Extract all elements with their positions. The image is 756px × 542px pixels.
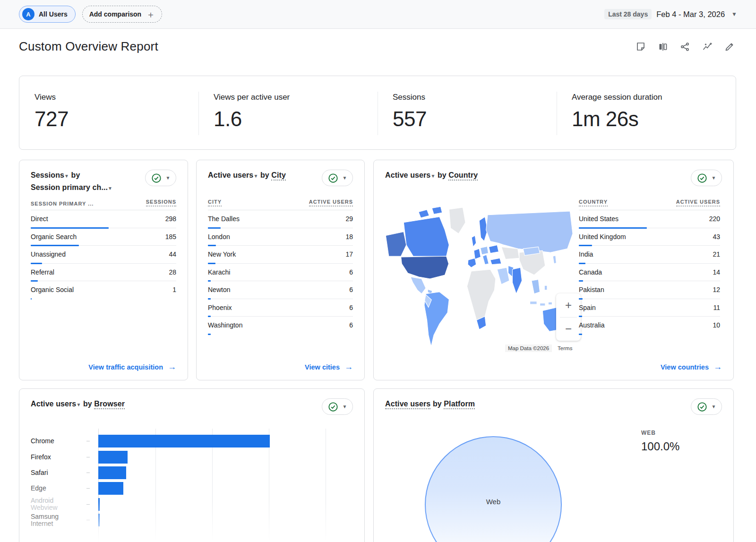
bar-safari[interactable] <box>98 466 126 479</box>
table-row: Referral28 <box>31 264 176 282</box>
table-row: Karachi6 <box>208 264 353 282</box>
bar-edge[interactable] <box>98 482 123 495</box>
sampling-status-badge[interactable]: ▼ <box>322 398 353 415</box>
map-terms-link[interactable]: Terms <box>558 345 572 351</box>
map-data-copyright: Map Data ©2026 <box>505 344 552 352</box>
map-region-united-kingdom <box>472 236 476 247</box>
map-region-philippines <box>544 285 547 290</box>
map-region-mexico <box>411 277 426 294</box>
dimension-selector[interactable]: Session primary ch...▼ <box>31 183 112 191</box>
map-region-indonesia <box>548 302 552 305</box>
bar-firefox[interactable] <box>98 451 128 464</box>
bar-android-webview[interactable] <box>98 498 100 511</box>
table-row: Canada14 <box>579 264 720 282</box>
column-header-dimension[interactable]: Country <box>579 199 608 206</box>
map-region-arctic-island <box>419 210 430 218</box>
map-region-alaska <box>386 232 406 257</box>
insights-icon[interactable] <box>702 41 713 52</box>
summary-scorecards: Views 727 Views per active user 1.6 Sess… <box>19 76 736 150</box>
sampling-status-badge[interactable]: ▼ <box>691 170 722 186</box>
panel-title: Active users▼ by Country <box>385 170 478 182</box>
table-row: Newton6 <box>208 281 353 299</box>
bar-chrome[interactable] <box>98 435 270 447</box>
metric-value: 1.6 <box>214 107 378 131</box>
panel-title: Sessions▼ by Session primary ch...▼ <box>31 170 112 194</box>
metric-label: Average session duration <box>572 93 736 102</box>
report-header: Custom Overview Report <box>19 39 735 54</box>
map-region-indonesia <box>530 301 537 304</box>
table-row: India21 <box>579 246 720 264</box>
axis-tick <box>86 473 90 473</box>
column-header-dimension[interactable]: City <box>208 199 222 206</box>
map-region-indonesia <box>540 303 545 306</box>
bar-series <box>98 433 357 542</box>
map-region-united-states <box>401 256 449 279</box>
metric-avg-session-duration: Average session duration 1m 26s <box>557 76 736 149</box>
sampling-status-badge[interactable]: ▼ <box>322 170 353 186</box>
map-region-central-asia <box>501 247 519 259</box>
map-region-turkey <box>490 258 501 265</box>
metric-value: 1m 26s <box>572 107 736 131</box>
map-region-japan <box>553 256 556 264</box>
all-users-chip[interactable]: A All Users <box>19 6 76 23</box>
audience-avatar: A <box>22 8 34 20</box>
chevron-down-icon: ▼ <box>343 175 347 181</box>
view-countries-link[interactable]: View countries→ <box>661 362 722 372</box>
axis-tick <box>86 441 90 441</box>
edit-icon[interactable] <box>724 41 735 52</box>
metric-selector[interactable]: Sessions▼ <box>31 171 69 179</box>
arrow-right-icon: → <box>713 362 722 372</box>
bubble-label: Web <box>425 498 562 506</box>
table-row: Pakistan12 <box>579 281 720 299</box>
column-header-metric[interactable]: Sessions <box>146 199 176 206</box>
channels-table: Session primary ... Sessions Direct298 O… <box>31 199 176 299</box>
map-zoom-out-button[interactable]: − <box>556 318 581 341</box>
sampling-status-badge[interactable]: ▼ <box>145 170 176 186</box>
share-icon[interactable] <box>679 41 691 52</box>
arrow-right-icon: → <box>168 362 176 372</box>
dimension-link[interactable]: Country <box>448 171 478 181</box>
map-region-saudi-arabia <box>497 267 509 284</box>
metric-value: 557 <box>393 107 557 131</box>
metric-selector[interactable]: Active users▼ <box>31 400 81 408</box>
column-header-metric[interactable]: Active users <box>309 199 353 206</box>
sampling-status-badge[interactable]: ▼ <box>691 398 722 415</box>
axis-tick <box>86 457 90 457</box>
date-range-picker[interactable]: Last 28 days Feb 4 - Mar 3, 2026 ▼ <box>604 9 737 19</box>
platform-bubble-web[interactable] <box>425 436 562 542</box>
metric-selector[interactable]: Active users▼ <box>208 171 258 179</box>
map-attribution: Map Data ©2026 Terms <box>505 344 572 352</box>
countries-table: Country Active users United States220 Un… <box>579 199 720 335</box>
metric-sessions: Sessions 557 <box>378 76 557 149</box>
check-circle-icon <box>328 402 338 412</box>
bar-samsung-internet[interactable] <box>98 514 100 526</box>
dimension-link[interactable]: Browser <box>94 400 125 409</box>
map-region-greenland <box>449 207 465 234</box>
view-cities-link[interactable]: View cities→ <box>305 362 353 372</box>
dimension-link[interactable]: Platform <box>444 400 475 409</box>
metric-link[interactable]: Active users <box>385 400 430 409</box>
map-region-arctic-island <box>432 206 442 214</box>
metric-label: Views per active user <box>214 93 378 102</box>
dimension-link[interactable]: City <box>271 171 286 181</box>
table-row: Unassigned44 <box>31 246 176 264</box>
world-map[interactable] <box>380 200 579 350</box>
map-region-canada <box>404 217 449 256</box>
map-zoom-in-button[interactable]: + <box>556 293 581 317</box>
comparison-icon[interactable] <box>657 41 669 52</box>
add-comparison-button[interactable]: Add comparison ＋ <box>82 6 162 23</box>
view-traffic-acquisition-link[interactable]: View traffic acquisition→ <box>88 362 176 372</box>
date-range-preset: Last 28 days <box>604 9 652 19</box>
page-title: Custom Overview Report <box>19 39 158 54</box>
table-row: New York17 <box>208 246 353 264</box>
column-header-metric[interactable]: Active users <box>676 199 720 206</box>
map-zoom-control: + − <box>556 293 581 341</box>
metric-selector[interactable]: Active users▼ <box>385 171 435 179</box>
platform-legend: Web 100.0% <box>641 430 679 453</box>
plus-icon: ＋ <box>146 10 155 19</box>
arrow-right-icon: → <box>344 362 353 372</box>
note-icon[interactable] <box>635 41 646 52</box>
panel-active-users-by-browser: Active users▼ by Browser ▼ Chrome Firefo… <box>19 388 365 542</box>
panel-active-users-by-platform: Active users by Platform ▼ Web Web 100.0… <box>373 388 734 542</box>
browser-bar-chart: Chrome Firefox Safari Edge Android Webvi… <box>31 433 357 542</box>
